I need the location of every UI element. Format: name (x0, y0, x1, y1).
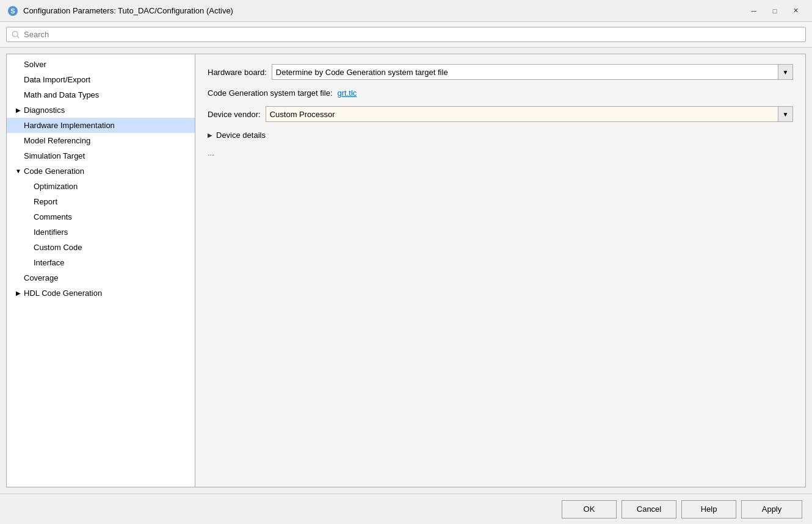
sidebar-item-identifiers[interactable]: Identifiers (7, 224, 195, 240)
hardware-board-row: Hardware board: Determine by Code Genera… (208, 64, 793, 80)
sidebar-arrow-code-generation: ▼ (14, 167, 23, 176)
minimize-button[interactable]: ─ (745, 4, 763, 18)
window-controls: ─ □ ✕ (745, 4, 805, 18)
right-panel: Hardware board: Determine by Code Genera… (195, 54, 806, 487)
hardware-board-select[interactable]: Determine by Code Generation system targ… (272, 64, 778, 80)
sidebar-label-coverage: Coverage (24, 273, 58, 282)
svg-text:S: S (10, 7, 15, 15)
sidebar-label-diagnostics: Diagnostics (24, 106, 65, 115)
code-gen-label: Code Generation system target file: (208, 88, 333, 98)
main-content: SolverData Import/ExportMath and Data Ty… (0, 48, 812, 493)
hardware-board-select-wrap: Determine by Code Generation system targ… (272, 64, 793, 80)
search-icon (12, 31, 20, 39)
code-gen-link[interactable]: grt.tlc (338, 88, 357, 98)
help-button[interactable]: Help (681, 500, 736, 519)
sidebar-item-data-import-export[interactable]: Data Import/Export (7, 72, 195, 87)
sidebar-label-model-referencing: Model Referencing (24, 136, 90, 145)
sidebar-label-comments: Comments (34, 212, 72, 221)
sidebar-label-custom-code: Custom Code (34, 243, 82, 252)
search-input-wrap (6, 27, 806, 42)
sidebar-label-data-import-export: Data Import/Export (24, 75, 90, 84)
device-vendor-row: Device vendor: Custom Processor ▼ (208, 106, 793, 122)
sidebar-item-diagnostics[interactable]: ▶Diagnostics (7, 102, 195, 118)
svg-point-2 (12, 31, 18, 37)
sidebar-item-coverage[interactable]: Coverage (7, 270, 195, 285)
sidebar-arrow-diagnostics: ▶ (14, 106, 23, 115)
ellipsis-text: ... (208, 148, 793, 157)
sidebar-item-custom-code[interactable]: Custom Code (7, 240, 195, 255)
sidebar-label-optimization: Optimization (34, 182, 78, 191)
sidebar-label-solver: Solver (24, 60, 46, 69)
code-gen-row: Code Generation system target file: grt.… (208, 88, 793, 98)
device-details-arrow: ▶ (208, 132, 212, 138)
sidebar-label-hardware-implementation: Hardware Implementation (24, 121, 115, 130)
svg-line-3 (17, 36, 19, 38)
device-details-row[interactable]: ▶ Device details (208, 131, 793, 140)
sidebar-item-optimization[interactable]: Optimization (7, 179, 195, 194)
sidebar-label-math-data-types: Math and Data Types (24, 90, 99, 99)
apply-button[interactable]: Apply (741, 500, 802, 519)
maximize-button[interactable]: □ (766, 4, 784, 18)
sidebar: SolverData Import/ExportMath and Data Ty… (6, 54, 195, 487)
search-input[interactable] (24, 30, 800, 39)
app-icon: S (7, 5, 18, 16)
search-bar (0, 22, 812, 48)
sidebar-item-solver[interactable]: Solver (7, 57, 195, 72)
sidebar-label-code-generation: Code Generation (24, 167, 84, 176)
sidebar-label-interface: Interface (34, 258, 65, 267)
cancel-button[interactable]: Cancel (622, 500, 676, 519)
sidebar-item-comments[interactable]: Comments (7, 209, 195, 224)
sidebar-label-simulation-target: Simulation Target (24, 151, 85, 160)
sidebar-item-math-data-types[interactable]: Math and Data Types (7, 87, 195, 102)
sidebar-label-report: Report (34, 197, 57, 206)
device-vendor-select[interactable]: Custom Processor (266, 106, 778, 122)
device-vendor-select-wrap: Custom Processor ▼ (266, 106, 793, 122)
bottom-bar: OK Cancel Help Apply (0, 493, 812, 524)
sidebar-item-model-referencing[interactable]: Model Referencing (7, 133, 195, 148)
sidebar-label-identifiers: Identifiers (34, 228, 68, 237)
sidebar-item-hdl-code-generation[interactable]: ▶HDL Code Generation (7, 285, 195, 301)
window-title: Configuration Parameters: Tuto_DAC/Confi… (23, 6, 745, 15)
sidebar-item-report[interactable]: Report (7, 194, 195, 209)
close-button[interactable]: ✕ (786, 4, 805, 18)
device-details-label: Device details (216, 131, 266, 140)
device-vendor-dropdown-arrow[interactable]: ▼ (778, 106, 793, 122)
sidebar-item-simulation-target[interactable]: Simulation Target (7, 148, 195, 163)
sidebar-item-interface[interactable]: Interface (7, 255, 195, 270)
ok-button[interactable]: OK (562, 500, 617, 519)
device-vendor-label: Device vendor: (208, 110, 261, 119)
sidebar-item-code-generation[interactable]: ▼Code Generation (7, 163, 195, 179)
hardware-board-label: Hardware board: (208, 68, 267, 77)
sidebar-label-hdl-code-generation: HDL Code Generation (24, 289, 102, 298)
title-bar: S Configuration Parameters: Tuto_DAC/Con… (0, 0, 812, 22)
sidebar-item-hardware-implementation[interactable]: Hardware Implementation (7, 118, 195, 133)
hardware-board-dropdown-arrow[interactable]: ▼ (778, 64, 793, 80)
sidebar-arrow-hdl-code-generation: ▶ (14, 289, 23, 298)
